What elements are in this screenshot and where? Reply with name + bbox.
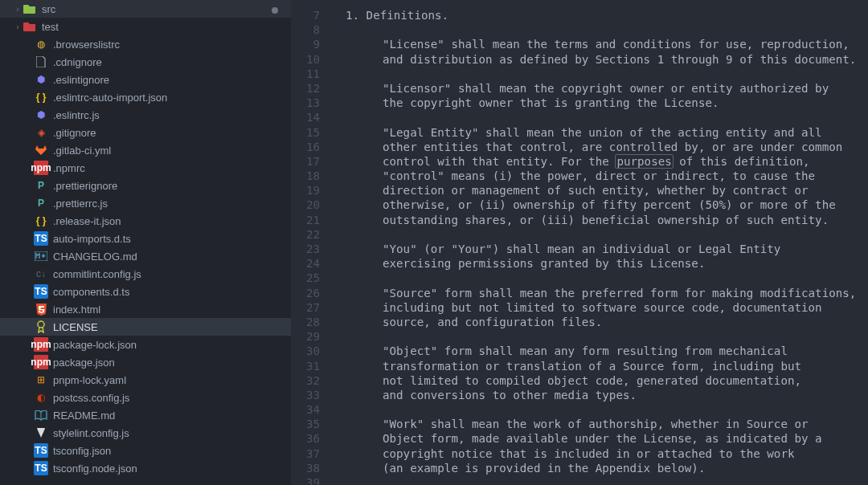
file-tree-item-label: pnpm-lock.yaml — [53, 374, 126, 386]
code-area[interactable]: 1. Definitions."License" shall mean the … — [330, 0, 868, 485]
folder-icon — [23, 19, 37, 34]
line-number: 35 — [291, 417, 320, 431]
code-line[interactable] — [330, 402, 868, 417]
code-line[interactable] — [330, 227, 868, 242]
code-line[interactable]: control with that entity. For the purpos… — [330, 154, 868, 169]
file-tree-item[interactable]: TStsconfig.json — [0, 442, 291, 459]
line-number: 23 — [291, 242, 320, 256]
file-tree-item[interactable]: CHANGELOG.md — [0, 247, 291, 265]
chevron-right-icon[interactable]: › — [13, 22, 23, 31]
file-tree-item[interactable]: c↓commitlint.config.js — [0, 265, 291, 283]
code-line[interactable]: copyright notice that is included in or … — [330, 446, 868, 461]
line-number: 24 — [291, 256, 320, 271]
file-tree-item[interactable]: LICENSE — [0, 318, 291, 336]
license-icon — [34, 320, 48, 334]
file-tree-item[interactable]: { }.release-it.json — [0, 212, 291, 230]
code-line[interactable]: and distribution as defined by Sections … — [330, 52, 868, 67]
line-number: 11 — [291, 67, 320, 81]
file-tree-item[interactable]: ⊞pnpm-lock.yaml — [0, 371, 291, 389]
file-tree-item[interactable]: ›test — [0, 18, 291, 35]
line-number: 17 — [291, 154, 320, 169]
editor-pane[interactable]: 7891011121314151617181920212223242526272… — [291, 0, 868, 485]
code-line[interactable]: other entities that control, are control… — [330, 140, 868, 154]
code-line[interactable] — [330, 329, 868, 344]
file-tree-item[interactable]: .gitlab-ci.yml — [0, 141, 291, 159]
code-line[interactable]: transformation or translation of a Sourc… — [330, 359, 868, 373]
code-line[interactable]: (an example is provided in the Appendix … — [330, 461, 868, 475]
file-tree-item[interactable]: npmpackage.json — [0, 353, 291, 371]
code-line[interactable] — [330, 67, 868, 81]
code-line[interactable]: "Legal Entity" shall mean the union of t… — [330, 125, 868, 140]
file-tree-item-label: tsconfig.json — [53, 445, 111, 457]
file-tree-item-label: package.json — [53, 357, 115, 369]
line-number: 30 — [291, 344, 320, 358]
browserslist-icon: ◍ — [34, 37, 48, 51]
line-number: 13 — [291, 96, 320, 110]
file-tree-item-label: .release-it.json — [53, 215, 121, 227]
code-line[interactable]: not limited to compiled object code, gen… — [330, 373, 868, 388]
file-tree-item-label: .gitignore — [53, 127, 96, 139]
line-number: 27 — [291, 300, 320, 315]
file-tree-item-label: test — [42, 21, 59, 33]
file-tree-item[interactable]: { }.eslintrc-auto-import.json — [0, 88, 291, 106]
file-tree-item[interactable]: ◈.gitignore — [0, 124, 291, 141]
git-icon: ◈ — [34, 125, 48, 140]
code-line[interactable]: 1. Definitions. — [330, 8, 868, 22]
file-tree-item[interactable]: npm.npmrc — [0, 159, 291, 177]
code-line[interactable] — [330, 475, 868, 485]
code-line[interactable]: exercising permissions granted by this L… — [330, 256, 868, 271]
line-number: 12 — [291, 81, 320, 96]
code-line[interactable] — [330, 22, 868, 37]
code-line[interactable]: "License" shall mean the terms and condi… — [330, 37, 868, 51]
prettier-icon: P — [34, 178, 48, 193]
code-line[interactable]: "You" (or "Your") shall mean an individu… — [330, 242, 868, 256]
file-tree-item[interactable]: ◐postcss.config.js — [0, 389, 291, 406]
code-line[interactable]: and conversions to other media types. — [330, 388, 868, 402]
code-line[interactable]: otherwise, or (ii) ownership of fifty pe… — [330, 198, 868, 212]
file-tree-item[interactable]: README.md — [0, 406, 291, 424]
code-line[interactable]: "Work" shall mean the work of authorship… — [330, 417, 868, 431]
file-tree-item-label: CHANGELOG.md — [53, 251, 137, 263]
line-number: 36 — [291, 431, 320, 446]
code-line[interactable] — [330, 271, 868, 285]
file-tree-item[interactable]: TStsconfig.node.json — [0, 459, 291, 477]
code-line[interactable]: "Source" form shall mean the preferred f… — [330, 286, 868, 300]
json-icon: { } — [34, 90, 48, 104]
file-tree-item[interactable]: ⬢.eslintignore — [0, 71, 291, 88]
file-explorer[interactable]: ›src›test◍.browserslistrc.cdnignore⬢.esl… — [0, 0, 291, 485]
file-tree-item[interactable]: .cdnignore — [0, 53, 291, 71]
file-tree-item[interactable]: ⬢.eslintrc.js — [0, 106, 291, 124]
code-line[interactable] — [330, 110, 868, 124]
line-number: 20 — [291, 198, 320, 212]
file-tree-item[interactable]: P.prettierrc.js — [0, 194, 291, 212]
file-tree-item[interactable]: TSauto-imports.d.ts — [0, 230, 291, 247]
code-line[interactable]: "Object" form shall mean any form result… — [330, 344, 868, 358]
code-line[interactable]: the copyright owner that is granting the… — [330, 96, 868, 110]
code-line[interactable]: Object form, made available under the Li… — [330, 431, 868, 446]
line-number: 22 — [291, 227, 320, 242]
file-tree-item[interactable]: TScomponents.d.ts — [0, 283, 291, 300]
chevron-right-icon[interactable]: › — [13, 5, 23, 14]
code-line[interactable]: outstanding shares, or (iii) beneficial … — [330, 213, 868, 227]
code-line[interactable]: "control" means (i) the power, direct or… — [330, 169, 868, 183]
line-number: 26 — [291, 286, 320, 300]
prettier-icon: P — [34, 196, 48, 210]
file-tree-item-label: .eslintignore — [53, 74, 109, 86]
file-tree-item[interactable]: npmpackage-lock.json — [0, 336, 291, 353]
file-tree-item-label: .prettierignore — [53, 180, 117, 192]
file-tree-item[interactable]: index.html — [0, 300, 291, 318]
file-tree-item[interactable]: stylelint.config.js — [0, 424, 291, 442]
code-line[interactable]: including but not limited to software so… — [330, 300, 868, 315]
file-tree-item[interactable]: P.prettierignore — [0, 177, 291, 194]
file-tree-item[interactable]: ›src — [0, 0, 291, 18]
line-number: 8 — [291, 22, 320, 37]
code-line[interactable]: "Licensor" shall mean the copyright owne… — [330, 81, 868, 96]
line-number: 15 — [291, 125, 320, 140]
code-line[interactable]: source, and configuration files. — [330, 315, 868, 329]
file-tree-item[interactable]: ◍.browserslistrc — [0, 35, 291, 53]
stylelint-icon — [34, 426, 48, 440]
ts-icon: TS — [34, 284, 48, 299]
code-line[interactable]: direction or management of such entity, … — [330, 183, 868, 198]
file-tree-item-label: README.md — [53, 410, 115, 422]
commitlint-icon: c↓ — [34, 267, 48, 281]
